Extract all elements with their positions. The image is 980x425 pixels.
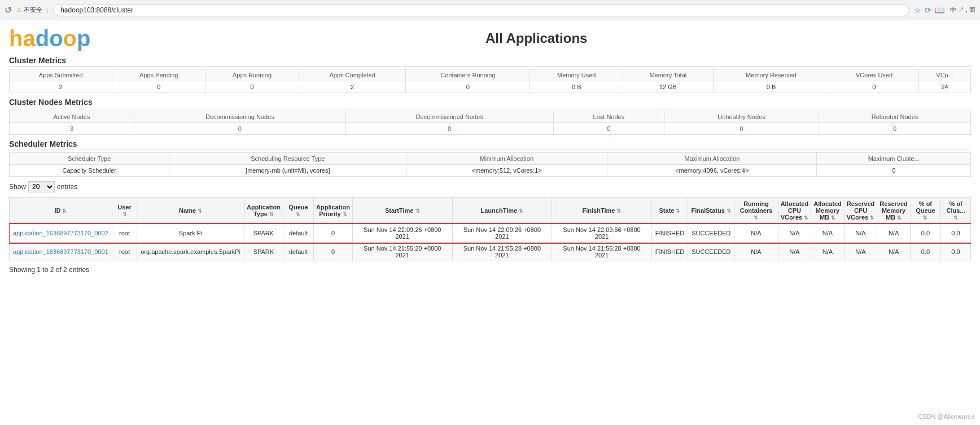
cell-user: root xyxy=(112,224,137,243)
th-id[interactable]: ID ⇅ xyxy=(10,198,112,224)
col-apps-running: Apps Running xyxy=(205,69,299,81)
cell-state: FINISHED xyxy=(651,243,688,261)
th-state[interactable]: State ⇅ xyxy=(651,198,688,224)
favorites-icon[interactable]: ☆ xyxy=(914,6,921,15)
val-decommissioning-nodes[interactable]: 0 xyxy=(134,123,346,135)
sort-queue-icon: ⇅ xyxy=(296,212,300,217)
val-lost-nodes[interactable]: 0 xyxy=(553,123,664,135)
reading-icon[interactable]: 📖 xyxy=(935,6,944,15)
cluster-nodes-title: Cluster Nodes Metrics xyxy=(9,98,971,108)
url-bar[interactable] xyxy=(53,4,909,16)
th-app-type[interactable]: ApplicationType ⇅ xyxy=(244,198,283,224)
cell-pct-cluster: 0.0 xyxy=(941,224,971,243)
col-lost-nodes: Lost Nodes xyxy=(553,111,664,123)
sort-user-icon: ⇅ xyxy=(123,212,127,217)
col-rebooted-nodes: Rebooted Nodes xyxy=(819,111,970,123)
val-unhealthy-nodes[interactable]: 0 xyxy=(664,123,819,135)
cell-queue: default xyxy=(283,243,313,261)
sort-start-icon: ⇅ xyxy=(415,208,420,214)
col-decommissioned-nodes: Decommissioned Nodes xyxy=(345,111,553,123)
url-separator: | xyxy=(47,6,49,14)
page-content: hadoop All Applications Cluster Metrics … xyxy=(0,20,980,279)
th-name[interactable]: Name ⇅ xyxy=(137,198,244,224)
browser-icons: ☆ ⟳ 📖 中 ↗ , 简 xyxy=(914,6,975,15)
cell-reserved-mem: N/A xyxy=(877,243,911,261)
col-max-cluster: Maximum Cluste... xyxy=(817,153,971,165)
app-id-link[interactable]: application_1636897773170_0001 xyxy=(13,248,108,255)
val-apps-running: 0 xyxy=(205,81,299,93)
sort-launch-icon: ⇅ xyxy=(519,208,523,214)
show-label: Show xyxy=(9,183,26,191)
col-max-allocation: Maximum Allocation xyxy=(607,153,817,165)
val-containers-running: 0 xyxy=(406,81,530,93)
app-id-link[interactable]: application_1636897773170_0002 xyxy=(13,230,108,236)
cell-user: root xyxy=(112,243,137,261)
val-scheduler-type: Capacity Scheduler xyxy=(10,165,169,177)
lang-switch[interactable]: 中 ↗ , 简 xyxy=(950,6,975,15)
cell-queue: default xyxy=(283,224,313,243)
th-pct-cluster[interactable]: % ofClus... ⇅ xyxy=(941,198,971,224)
entries-label: entries xyxy=(57,183,77,191)
val-active-nodes[interactable]: 3 xyxy=(10,123,134,135)
th-reserved-mem[interactable]: ReservedMemoryMB ⇅ xyxy=(877,198,911,224)
th-priority[interactable]: ApplicationPriority ⇅ xyxy=(314,198,353,224)
val-max-allocation: <memory:4096, vCores:4> xyxy=(607,165,817,177)
th-alloc-cpu[interactable]: AllocatedCPUVCores ⇅ xyxy=(778,198,811,224)
reload-icon[interactable]: ↺ xyxy=(5,5,12,15)
cluster-metrics-title: Cluster Metrics xyxy=(9,56,971,67)
th-pct-queue[interactable]: % ofQueue ⇅ xyxy=(910,198,940,224)
val-decommissioned-nodes[interactable]: 0 xyxy=(345,123,553,135)
cell-final-status: SUCCEEDED xyxy=(688,224,734,243)
cell-priority: 0 xyxy=(314,224,353,243)
cell-pct-cluster: 0.0 xyxy=(941,243,971,261)
th-queue[interactable]: Queue ⇅ xyxy=(283,198,313,224)
sort-containers-icon: ⇅ xyxy=(754,215,758,221)
cell-reserved-mem: N/A xyxy=(877,224,911,243)
cell-start-time: Sun Nov 14 22:09:26 +0800 2021 xyxy=(352,224,452,243)
val-apps-completed: 2 xyxy=(299,81,405,93)
cluster-metrics-section: Cluster Metrics Apps Submitted Apps Pend… xyxy=(9,56,971,93)
cluster-metrics-table: Apps Submitted Apps Pending Apps Running… xyxy=(9,69,971,93)
val-rebooted-nodes[interactable]: 0 xyxy=(819,123,970,135)
col-containers-running: Containers Running xyxy=(406,69,530,81)
scheduler-metrics-section: Scheduler Metrics Scheduler Type Schedul… xyxy=(9,139,971,177)
col-apps-submitted: Apps Submitted xyxy=(10,69,112,81)
cell-state: FINISHED xyxy=(651,224,688,243)
sort-state-icon: ⇅ xyxy=(676,208,680,214)
cell-launch-time: Sun Nov 14 22:09:26 +0800 2021 xyxy=(452,224,552,243)
cluster-nodes-table: Active Nodes Decommissioning Nodes Decom… xyxy=(9,111,971,135)
th-start-time[interactable]: StartTime ⇅ xyxy=(352,198,452,224)
sort-id-icon: ⇅ xyxy=(62,208,67,214)
sort-alloccpu-icon: ⇅ xyxy=(804,215,808,221)
entries-select[interactable]: 20 10 50 100 xyxy=(28,181,55,192)
logo: hadoop xyxy=(9,26,90,51)
sort-allocmem-icon: ⇅ xyxy=(831,215,835,221)
val-apps-submitted: 2 xyxy=(10,81,112,93)
show-entries-control: Show 20 10 50 100 entries xyxy=(9,181,971,192)
cluster-nodes-section: Cluster Nodes Metrics Active Nodes Decom… xyxy=(9,98,971,135)
cell-priority: 0 xyxy=(314,243,353,261)
sort-type-icon: ⇅ xyxy=(269,212,274,217)
sort-finalstatus-icon: ⇅ xyxy=(727,208,731,214)
col-min-allocation: Minimum Allocation xyxy=(406,153,607,165)
th-user[interactable]: User ⇅ xyxy=(112,198,137,224)
cell-launch-time: Sun Nov 14 21:55:28 +0800 2021 xyxy=(452,243,552,261)
th-reserved-cpu[interactable]: ReservedCPUVCores ⇅ xyxy=(844,198,877,224)
sort-name-icon: ⇅ xyxy=(198,208,202,214)
sort-reservedcpu-icon: ⇅ xyxy=(870,215,874,221)
val-apps-pending: 0 xyxy=(112,81,205,93)
page-title: All Applications xyxy=(102,30,971,46)
th-finish-time[interactable]: FinishTime ⇅ xyxy=(552,198,652,224)
th-launch-time[interactable]: LaunchTime ⇅ xyxy=(452,198,552,224)
col-memory-used: Memory Used xyxy=(530,69,623,81)
th-final-status[interactable]: FinalStatus ⇅ xyxy=(688,198,734,224)
th-running-containers[interactable]: RunningContainers ⇅ xyxy=(734,198,778,224)
cell-name: org.apache.spark.examples.SparkPi xyxy=(137,243,244,261)
scheduler-metrics-table: Scheduler Type Scheduling Resource Type … xyxy=(9,152,971,177)
cell-finish-time: Sun Nov 14 21:56:28 +0800 2021 xyxy=(552,243,652,261)
translate-icon[interactable]: ⟳ xyxy=(925,6,931,15)
val-max-cluster: 0 xyxy=(817,165,971,177)
th-alloc-mem[interactable]: AllocatedMemoryMB ⇅ xyxy=(811,198,845,224)
cell-alloc-mem: N/A xyxy=(811,243,845,261)
val-memory-reserved: 0 B xyxy=(713,81,829,93)
